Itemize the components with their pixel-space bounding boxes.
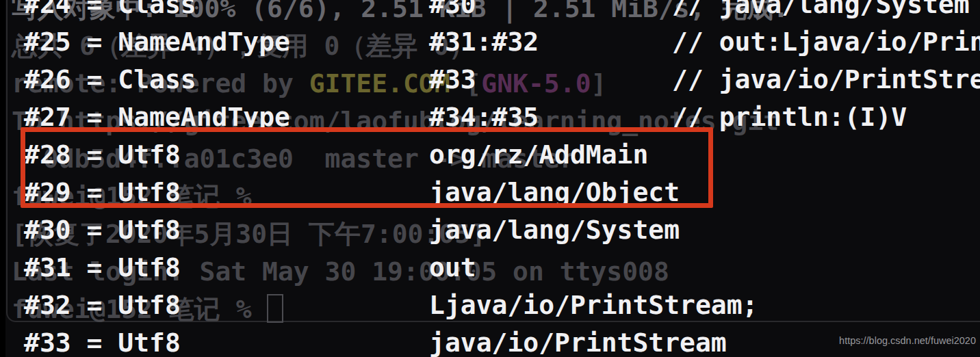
constant-index-and-tag: #25 = NameAndType bbox=[24, 23, 290, 61]
javap-line: #33 = Utf8java/io/PrintStream bbox=[0, 324, 980, 357]
javap-line: #29 = Utf8java/lang/Object bbox=[0, 174, 980, 211]
constant-comment: // java/lang/System bbox=[672, 0, 970, 23]
constant-index-and-tag: #31 = Utf8 bbox=[24, 249, 181, 287]
constant-value: java/lang/Object bbox=[429, 174, 680, 211]
constant-index-and-tag: #33 = Utf8 bbox=[24, 324, 181, 357]
constant-index-and-tag: #27 = NameAndType bbox=[24, 98, 290, 136]
constant-value: Ljava/io/PrintStream; bbox=[429, 287, 758, 324]
terminal-screenshot: { "palette": { "foreground": "#f1f1f3", … bbox=[0, 0, 980, 357]
constant-comment: // out:Ljava/io/PrintStream; bbox=[672, 23, 980, 61]
constant-index-and-tag: #28 = Utf8 bbox=[24, 136, 181, 174]
constant-value: #31:#32 bbox=[429, 23, 539, 61]
constant-index-and-tag: #24 = Class bbox=[24, 0, 196, 23]
javap-line: #25 = NameAndType#31:#32// out:Ljava/io/… bbox=[0, 23, 980, 61]
javap-line: #28 = Utf8org/rz/AddMain bbox=[0, 136, 980, 174]
constant-value: #33 bbox=[429, 61, 476, 98]
constant-index-and-tag: #26 = Class bbox=[24, 61, 196, 98]
javap-line: #31 = Utf8out bbox=[0, 249, 980, 287]
constant-value: java/io/PrintStream bbox=[429, 324, 727, 357]
constant-index-and-tag: #29 = Utf8 bbox=[24, 174, 181, 211]
constant-value: java/lang/System bbox=[429, 211, 680, 249]
constant-value: #34:#35 bbox=[429, 98, 539, 136]
constant-comment: // java/io/PrintStream bbox=[672, 61, 980, 98]
constant-value: org/rz/AddMain bbox=[429, 136, 648, 174]
javap-line: #24 = Class#30// java/lang/System bbox=[0, 0, 980, 23]
constant-index-and-tag: #30 = Utf8 bbox=[24, 211, 181, 249]
constant-value: out bbox=[429, 249, 476, 287]
javap-line: #32 = Utf8Ljava/io/PrintStream; bbox=[0, 287, 980, 324]
javap-line: #30 = Utf8java/lang/System bbox=[0, 211, 980, 249]
javap-line: #27 = NameAndType#34:#35// println:(I)V bbox=[0, 98, 980, 136]
constant-comment: // println:(I)V bbox=[672, 98, 907, 136]
constant-value: #30 bbox=[429, 0, 476, 23]
constant-index-and-tag: #32 = Utf8 bbox=[24, 287, 181, 324]
javap-line: #26 = Class#33// java/io/PrintStream bbox=[0, 61, 980, 98]
watermark-url: https://blog.csdn.net/fuwei2020 bbox=[839, 335, 976, 346]
